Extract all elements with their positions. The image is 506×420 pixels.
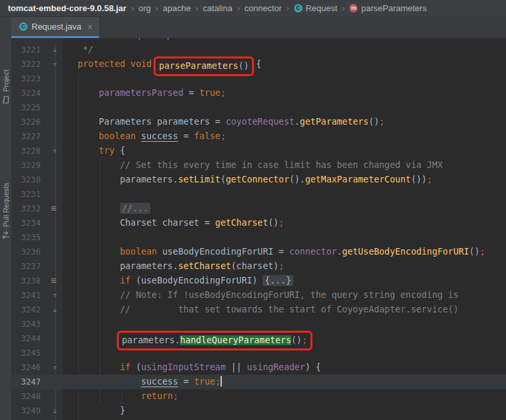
fold-gutter: [45, 187, 56, 201]
code-token: ().: [289, 175, 305, 184]
fold-gutter: [45, 375, 56, 389]
tab-request-java[interactable]: C Request.java ×: [11, 17, 99, 38]
code-text[interactable]: Charset charset = getCharset();: [56, 216, 506, 230]
fold-down-icon[interactable]: ▿: [45, 144, 56, 158]
sidebar-item-pull-requests[interactable]: Pull Requests: [0, 143, 11, 239]
code-text[interactable]: [56, 187, 506, 201]
breadcrumb-separator: ›: [237, 3, 240, 13]
code-token: [56, 247, 120, 257]
breadcrumb-item-apache[interactable]: apache: [163, 3, 191, 13]
code-token: =: [184, 88, 200, 98]
code-text[interactable]: [56, 230, 506, 245]
code-text[interactable]: if (usingInputStream || usingReader) {: [56, 360, 506, 375]
code-token: success: [141, 377, 178, 387]
editor-tab-bar: C Request.java ×: [11, 17, 506, 38]
pull-request-icon: [2, 231, 10, 239]
line-number: 3236: [11, 245, 45, 259]
code-text[interactable]: success = true;: [56, 375, 506, 389]
code-token: {: [115, 146, 125, 156]
code-text[interactable]: * Parse request parameters.: [56, 38, 506, 43]
code-token: ;: [279, 218, 284, 228]
code-editor[interactable]: 3220 * Parse request parameters.3221▵ */…: [11, 38, 506, 420]
code-token: (): [238, 61, 249, 71]
breadcrumb-item-request[interactable]: CRequest: [294, 3, 337, 13]
fold-gutter: [45, 100, 56, 115]
code-line-3221: 3221▵ */: [11, 43, 506, 57]
code-token: true: [200, 88, 221, 98]
code-text[interactable]: if (useBodyEncodingForURI) {...}: [56, 274, 506, 288]
code-text[interactable]: [56, 72, 506, 86]
code-text[interactable]: parameters.setCharset(charset);: [56, 259, 506, 274]
line-number: 3246: [11, 360, 45, 375]
sidebar-item-project[interactable]: Project: [0, 35, 11, 104]
code-text[interactable]: [56, 317, 506, 331]
fold-gutter: [45, 245, 56, 259]
code-text[interactable]: return;: [56, 389, 506, 404]
breadcrumb-item-org[interactable]: org: [138, 3, 151, 13]
fold-plus-icon[interactable]: ⊞: [45, 274, 56, 288]
code-text[interactable]: }: [56, 404, 506, 418]
code-token: getCharset: [215, 218, 268, 228]
code-text[interactable]: boolean useBodyEncodingForURI = connecto…: [56, 245, 506, 259]
code-token: ;: [221, 88, 226, 98]
fold-down-icon[interactable]: ▿: [45, 288, 56, 303]
line-number: 3222: [11, 57, 45, 72]
code-token: usingInputStream: [141, 362, 226, 372]
line-number: 3224: [11, 86, 45, 100]
breadcrumb-item-parseparameters[interactable]: mparseParameters: [349, 3, 427, 13]
code-text[interactable]: Parameters parameters = coyoteRequest.ge…: [56, 115, 506, 129]
code-token: ;: [279, 261, 284, 271]
fold-up-icon[interactable]: ▵: [45, 43, 56, 57]
code-token: (charset): [231, 261, 279, 271]
code-text[interactable]: // that set towards the start of CoyoyeA…: [56, 303, 506, 317]
breadcrumb-item-connector[interactable]: connector: [244, 3, 282, 13]
code-text[interactable]: // Note: If !useBodyEncodingForURI, the …: [56, 288, 506, 303]
line-number: 3232: [11, 201, 45, 216]
code-token: protected void: [77, 59, 157, 69]
code-text[interactable]: try {: [56, 144, 506, 158]
code-line-3246: 3246▿ if (usingInputStream || usingReade…: [11, 360, 506, 375]
fold-gutter: [45, 173, 56, 187]
code-text[interactable]: parameters.handleQueryParameters();: [56, 331, 506, 346]
breadcrumb-separator: ›: [342, 3, 345, 13]
code-text[interactable]: //...: [56, 201, 506, 216]
code-text[interactable]: [56, 100, 506, 115]
class-icon: C: [19, 22, 28, 31]
code-text[interactable]: // Set this every time in case limit has…: [56, 158, 506, 173]
breadcrumb-item-catalina[interactable]: catalina: [203, 3, 232, 13]
code-text[interactable]: boolean success = false;: [56, 129, 506, 144]
code-token: (: [131, 362, 141, 372]
code-line-3228: 3228▿ try {: [11, 144, 506, 158]
fold-up-icon[interactable]: ▵: [45, 404, 56, 418]
fold-down-icon[interactable]: ▿: [45, 57, 56, 72]
fold-gutter: [45, 86, 56, 100]
code-text[interactable]: parametersParsed = true;: [56, 86, 506, 100]
code-token: parametersParsed: [99, 88, 184, 98]
code-token: (): [268, 218, 278, 228]
code-token: .: [295, 117, 300, 127]
fold-plus-icon[interactable]: ⊞: [45, 201, 56, 216]
code-line-3248: 3248 return;: [11, 389, 506, 404]
line-number: 3235: [11, 230, 45, 245]
breadcrumb-item-tomcat-embed-core-9-0-58-jar[interactable]: tomcat-embed-core-9.0.58.jar: [8, 3, 127, 13]
line-number: 3220: [11, 38, 45, 43]
breadcrumb-separator: ›: [286, 3, 289, 13]
code-lines: 3220 * Parse request parameters.3221▵ */…: [11, 38, 506, 418]
fold-up-icon[interactable]: ▵: [45, 303, 56, 317]
code-line-3241: 3241▿ // Note: If !useBodyEncodingForURI…: [11, 288, 506, 303]
code-text[interactable]: */: [56, 43, 506, 57]
code-token: Parameters parameters =: [56, 117, 226, 127]
code-line-3236: 3236 boolean useBodyEncodingForURI = con…: [11, 245, 506, 259]
code-token: getParameters: [300, 117, 369, 127]
code-text[interactable]: [56, 346, 506, 360]
code-line-3238: 3238⊞ if (useBodyEncodingForURI) {...}: [11, 274, 506, 288]
code-token: [56, 276, 120, 285]
folded-code-placeholder[interactable]: {...}: [263, 275, 293, 286]
code-token: (): [291, 335, 302, 345]
close-icon[interactable]: ×: [87, 22, 93, 32]
code-text[interactable]: parameters.setLimit(getConnector().getMa…: [56, 173, 506, 187]
fold-down-icon[interactable]: ▿: [45, 360, 56, 375]
code-text[interactable]: protected void parseParameters() {: [56, 57, 506, 72]
code-token: boolean: [120, 247, 157, 257]
folded-code-placeholder[interactable]: //...: [120, 203, 150, 214]
